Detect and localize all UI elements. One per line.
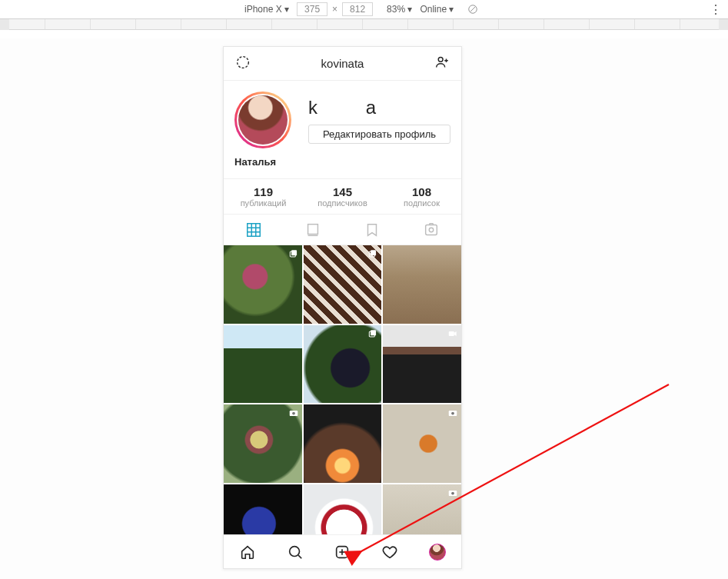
svg-rect-11 <box>426 225 437 235</box>
view-tabs <box>224 215 461 245</box>
username-large: k a <box>308 97 450 118</box>
zoom-selector[interactable]: 83% ▾ <box>387 4 412 15</box>
heart-icon <box>381 544 398 561</box>
svg-point-26 <box>289 546 299 556</box>
avatar[interactable] <box>234 92 291 148</box>
rotate-icon[interactable] <box>467 4 478 15</box>
nav-profile[interactable] <box>414 535 461 568</box>
throttle-selector[interactable]: Online ▾ <box>420 4 454 15</box>
svg-point-25 <box>451 492 454 495</box>
grid-icon <box>245 221 262 238</box>
svg-point-21 <box>292 412 295 415</box>
svg-point-2 <box>238 56 249 68</box>
nav-home[interactable] <box>224 535 271 568</box>
post-thumbnail[interactable] <box>304 325 382 404</box>
nav-add-post[interactable] <box>319 535 367 568</box>
nav-search[interactable] <box>271 535 319 568</box>
post-thumbnail[interactable] <box>224 325 302 404</box>
svg-rect-4 <box>247 223 260 236</box>
stat-posts-count: 119 <box>224 185 303 198</box>
svg-rect-15 <box>371 250 376 255</box>
bottom-nav <box>224 534 461 568</box>
search-icon <box>287 544 304 561</box>
add-post-icon <box>334 544 351 561</box>
devtools-menu-icon[interactable]: ⋮ <box>710 2 722 17</box>
stat-following[interactable]: 108 подписок <box>382 185 461 208</box>
post-thumbnail[interactable] <box>224 404 302 483</box>
tab-tagged[interactable] <box>402 215 461 245</box>
stat-followers-count: 145 <box>303 185 382 198</box>
carousel-icon <box>288 248 299 259</box>
feed-icon <box>304 221 321 238</box>
edit-profile-button[interactable]: Редактировать профиль <box>308 125 450 144</box>
svg-point-12 <box>430 228 434 232</box>
ruler <box>0 19 728 30</box>
device-selector[interactable]: iPhone X ▾ <box>244 4 289 15</box>
profile-title: kovinata <box>321 57 364 70</box>
profile-info: k a Редактировать профиль <box>224 81 461 153</box>
tab-feed[interactable] <box>283 215 342 245</box>
devtools-bar: iPhone X ▾ × 83% ▾ Online ▾ ⋮ <box>0 0 728 19</box>
profile-header: kovinata <box>224 47 461 81</box>
svg-line-1 <box>470 7 476 12</box>
svg-point-3 <box>438 57 443 62</box>
stat-posts[interactable]: 119 публикаций <box>224 185 303 208</box>
post-thumbnail[interactable] <box>304 484 382 534</box>
svg-rect-19 <box>449 331 454 336</box>
dimension-separator: × <box>332 4 337 15</box>
discover-people-icon[interactable] <box>434 54 450 74</box>
stats-row: 119 публикаций 145 подписчиков 108 подпи… <box>224 178 461 215</box>
post-thumbnail[interactable] <box>383 484 461 534</box>
post-thumbnail[interactable] <box>224 484 302 534</box>
nav-activity[interactable] <box>366 535 414 568</box>
post-thumbnail[interactable] <box>383 404 461 483</box>
svg-point-23 <box>451 412 454 415</box>
viewport-width-input[interactable] <box>297 2 327 16</box>
camera-icon <box>447 487 458 498</box>
tab-grid[interactable] <box>224 215 283 245</box>
display-name: Наталья <box>224 153 461 178</box>
camera-icon <box>447 408 458 418</box>
tab-saved[interactable] <box>343 215 402 245</box>
saved-icon <box>364 221 381 238</box>
svg-rect-13 <box>291 250 297 255</box>
viewport-height-input[interactable] <box>342 2 373 16</box>
post-thumbnail[interactable] <box>383 325 461 404</box>
video-icon <box>447 328 458 339</box>
svg-rect-17 <box>371 330 376 335</box>
post-thumbnail[interactable] <box>304 404 382 483</box>
svg-rect-9 <box>307 224 317 234</box>
device-frame: kovinata k a Редактировать профиль Натал… <box>223 46 462 569</box>
post-grid <box>224 245 461 534</box>
stat-posts-label: публикаций <box>224 198 303 208</box>
home-icon <box>239 544 256 561</box>
post-thumbnail[interactable] <box>304 245 382 324</box>
profile-avatar-icon <box>429 544 446 561</box>
settings-icon[interactable] <box>234 54 251 74</box>
stat-followers[interactable]: 145 подписчиков <box>303 185 382 208</box>
carousel-icon <box>367 328 378 339</box>
camera-icon <box>288 408 299 418</box>
svg-line-27 <box>298 555 301 558</box>
carousel-icon <box>367 248 378 259</box>
stat-followers-label: подписчиков <box>303 198 382 208</box>
stat-following-count: 108 <box>382 185 461 198</box>
stat-following-label: подписок <box>382 198 461 208</box>
tagged-icon <box>423 221 440 238</box>
post-thumbnail[interactable] <box>224 245 302 324</box>
post-thumbnail[interactable] <box>383 245 461 324</box>
